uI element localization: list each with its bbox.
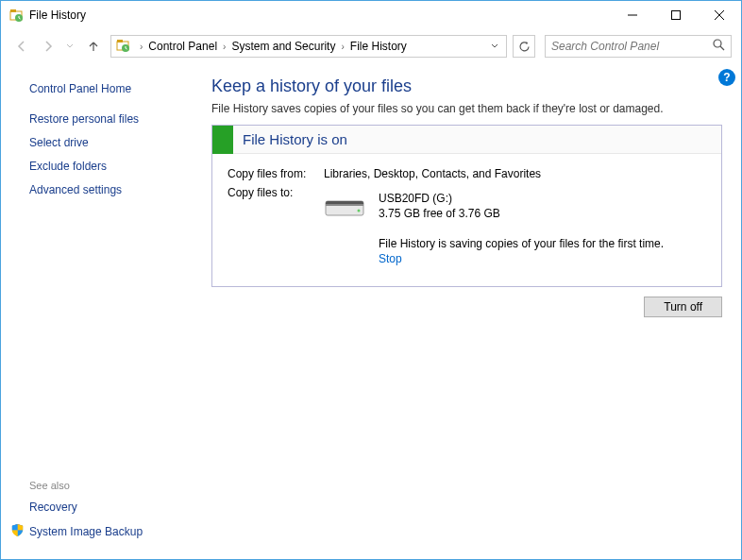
drive-name: USB20FD (G:) [379,192,664,205]
sidebar-link-select-drive[interactable]: Select drive [29,136,185,149]
chevron-right-icon[interactable]: › [219,42,229,52]
status-panel: File History is on Copy files from: Libr… [211,125,722,287]
navbar: › Control Panel › System and Security › … [1,29,741,63]
refresh-button[interactable] [513,35,535,58]
svg-line-11 [720,46,724,50]
drive-details: USB20FD (G:) 3.75 GB free of 3.76 GB Fil… [379,192,664,265]
sidebar-link-advanced[interactable]: Advanced settings [29,183,185,196]
drive-free-space: 3.75 GB free of 3.76 GB [379,207,664,220]
drive-info: USB20FD (G:) 3.75 GB free of 3.76 GB Fil… [324,192,706,265]
breadcrumb-item[interactable]: File History [348,40,409,53]
sidebar-link-label: System Image Backup [29,525,143,538]
copy-from-label: Copy files from: [228,167,324,180]
sidebar-link-system-image[interactable]: System Image Backup [10,523,185,540]
action-row: Turn off [211,297,722,317]
status-text: File History is on [233,131,347,147]
sidebar-link-exclude[interactable]: Exclude folders [29,160,185,173]
search-box[interactable] [545,35,732,58]
address-bar[interactable]: › Control Panel › System and Security › … [110,35,507,58]
page-title: Keep a history of your files [211,76,722,96]
svg-rect-1 [10,9,16,12]
content-area: Control Panel Home Restore personal file… [1,63,741,559]
copy-to-row: Copy files to: [228,186,706,265]
maximize-button[interactable] [654,1,698,29]
shield-icon [10,523,25,540]
turn-off-button[interactable]: Turn off [644,297,722,317]
sidebar: Control Panel Home Restore personal file… [1,63,194,559]
recent-dropdown[interactable] [63,35,76,58]
main-pane: ? Keep a history of your files File Hist… [194,63,741,559]
app-icon [8,8,24,23]
sidebar-link-recovery[interactable]: Recovery [29,501,185,514]
status-header: File History is on [212,126,721,154]
location-icon [115,38,132,55]
window-controls [611,1,741,29]
breadcrumb-item[interactable]: System and Security [229,40,337,53]
copy-to-value: USB20FD (G:) 3.75 GB free of 3.76 GB Fil… [324,186,706,265]
copy-to-label: Copy files to: [228,186,324,265]
help-icon[interactable]: ? [718,69,735,86]
search-icon[interactable] [713,39,725,54]
breadcrumb-item[interactable]: Control Panel [146,40,219,53]
address-dropdown-icon[interactable] [485,40,504,53]
chevron-right-icon[interactable]: › [337,42,347,52]
svg-point-10 [714,40,721,47]
minimize-button[interactable] [611,1,654,29]
search-input[interactable] [551,40,713,53]
sidebar-link-restore[interactable]: Restore personal files [29,112,185,126]
status-body: Copy files from: Libraries, Desktop, Con… [212,154,721,286]
svg-rect-8 [117,40,123,42]
stop-link[interactable]: Stop [379,252,402,265]
sidebar-link-label: Recovery [29,501,77,514]
saving-message: File History is saving copies of your fi… [379,237,664,250]
page-subtitle: File History saves copies of your files … [211,102,722,115]
svg-rect-14 [326,204,363,206]
svg-point-15 [358,210,361,212]
forward-button[interactable] [37,35,59,58]
control-panel-home-link[interactable]: Control Panel Home [29,82,185,95]
copy-from-row: Copy files from: Libraries, Desktop, Con… [228,167,706,180]
close-button[interactable] [698,1,741,29]
chevron-right-icon[interactable]: › [136,42,146,52]
status-indicator-on [212,126,233,154]
back-button[interactable] [10,35,33,58]
titlebar: File History [1,1,741,29]
svg-rect-4 [672,11,681,20]
window-title: File History [29,8,611,22]
up-button[interactable] [84,37,103,56]
see-also-label: See also [29,480,185,491]
drive-icon [324,192,365,221]
copy-from-value: Libraries, Desktop, Contacts, and Favori… [324,167,706,180]
